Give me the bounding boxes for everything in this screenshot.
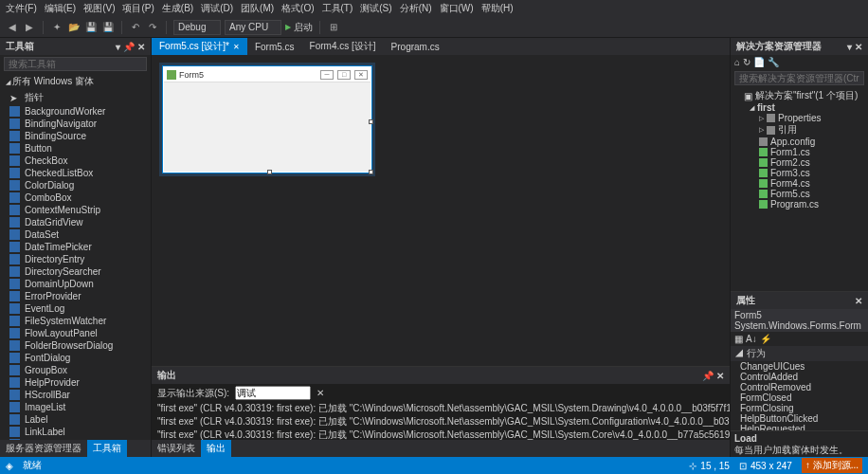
alpha-icon[interactable]: A↓ [746, 334, 757, 344]
toolbox-item[interactable]: FileSystemWatcher [0, 315, 151, 327]
home-icon[interactable]: ⌂ [734, 57, 740, 67]
toolbox-item[interactable]: ComboBox [0, 191, 151, 204]
toolbox-item[interactable]: DirectoryEntry [0, 253, 151, 265]
menu-item[interactable]: 格式(O) [281, 2, 314, 15]
toolbox-item[interactable]: ContextMenuStrip [0, 204, 151, 216]
property-row[interactable]: FormClosed [731, 392, 868, 403]
solution-search-input[interactable] [734, 71, 864, 85]
menu-item[interactable]: 视图(V) [83, 2, 115, 15]
toolbox-item[interactable]: Button [0, 142, 151, 155]
toolbox-item[interactable]: CheckBox [0, 155, 151, 167]
toolbox-item[interactable]: BackgroundWorker [0, 105, 151, 118]
close-tab-icon[interactable]: ✕ [233, 43, 240, 51]
menu-item[interactable]: 团队(M) [241, 2, 274, 15]
clear-icon[interactable]: ✕ [316, 388, 324, 398]
toolbox-item[interactable]: HelpProvider [0, 376, 151, 389]
refresh-icon[interactable]: ↻ [743, 57, 750, 67]
config-dropdown[interactable] [173, 20, 221, 35]
show-all-icon[interactable]: 📄 [753, 57, 765, 67]
menu-item[interactable]: 帮助(H) [481, 2, 514, 15]
designed-form[interactable]: Form5 ─ □ ✕ [163, 66, 371, 173]
editor-tab[interactable]: Form5.cs [247, 38, 302, 55]
redo-icon[interactable]: ↷ [146, 21, 159, 34]
pin-icon[interactable]: ▾ 📌 ✕ [116, 42, 145, 52]
toolbox-item[interactable]: ErrorProvider [0, 290, 151, 302]
pin-icon[interactable]: 📌 ✕ [702, 371, 724, 381]
toolbox-item[interactable]: HScrollBar [0, 389, 151, 401]
pin-icon[interactable]: ▾ ✕ [847, 42, 862, 52]
toolbox-item[interactable]: FolderBrowserDialog [0, 339, 151, 352]
editor-tab[interactable]: Program.cs [384, 38, 447, 55]
undo-icon[interactable]: ↶ [129, 21, 142, 34]
resize-handle[interactable] [267, 170, 272, 174]
resize-handle[interactable] [369, 170, 373, 174]
save-icon[interactable]: 💾 [84, 21, 98, 34]
toolbox-item[interactable]: CheckedListBox [0, 167, 151, 179]
toolbox-item-pointer[interactable]: ➤指针 [0, 90, 151, 105]
toolbox-item[interactable]: ImageList [0, 401, 151, 413]
toolbox-item[interactable]: GroupBox [0, 364, 151, 376]
solution-root[interactable]: ▣解决方案"first"(1 个项目) [734, 89, 864, 102]
solution-node[interactable]: App.config [734, 137, 864, 147]
nav-fwd-icon[interactable]: ▶ [23, 21, 36, 34]
toolbox-item[interactable]: LinkLabel [0, 426, 151, 438]
solution-node[interactable]: ▷Properties [734, 113, 864, 123]
menu-item[interactable]: 生成(B) [162, 2, 193, 15]
property-row[interactable]: HelpRequested [731, 424, 868, 430]
toolbox-item[interactable]: DateTimePicker [0, 241, 151, 253]
editor-tab[interactable]: Form5.cs [设计]*✕ [152, 38, 247, 55]
toolbox-item[interactable]: FlowLayoutPanel [0, 327, 151, 339]
solution-node[interactable]: ▷引用 [734, 123, 864, 137]
error-list-tab[interactable]: 错误列表 [152, 440, 201, 457]
solution-node[interactable]: Form1.cs [734, 147, 864, 157]
toolbox-item[interactable]: DataGridView [0, 216, 151, 228]
toolbox-item[interactable]: EventLog [0, 302, 151, 315]
open-icon[interactable]: 📂 [67, 21, 81, 34]
menu-item[interactable]: 项目(P) [122, 2, 154, 15]
toolbox-item[interactable]: BindingSource [0, 130, 151, 142]
menu-item[interactable]: 窗口(W) [440, 2, 474, 15]
toolbox-item[interactable]: ColorDialog [0, 179, 151, 191]
server-explorer-tab[interactable]: 服务器资源管理器 [0, 440, 87, 457]
solution-node[interactable]: Program.cs [734, 199, 864, 210]
property-row[interactable]: ChangeUICues [731, 361, 868, 372]
toolbox-group[interactable]: 所有 Windows 窗体 [0, 73, 151, 90]
platform-dropdown[interactable] [225, 20, 281, 35]
solution-node[interactable]: Form2.cs [734, 157, 864, 168]
menu-item[interactable]: 工具(T) [322, 2, 353, 15]
resize-handle[interactable] [369, 119, 373, 124]
pin-icon[interactable]: ✕ [855, 296, 862, 306]
property-row[interactable]: ControlRemoved [731, 382, 868, 392]
new-icon[interactable]: ✦ [50, 21, 63, 34]
toolbox-item[interactable]: DataSet [0, 228, 151, 241]
nav-back-icon[interactable]: ◀ [6, 21, 19, 34]
property-row[interactable]: ControlAdded [731, 372, 868, 382]
solution-node[interactable]: Form4.cs [734, 178, 864, 189]
save-all-icon[interactable]: 💾 [101, 21, 115, 34]
toolbox-tab[interactable]: 工具箱 [87, 440, 127, 457]
toolbox-search-input[interactable] [4, 57, 147, 71]
editor-tab[interactable]: Form4.cs [设计] [302, 38, 384, 55]
status-publish[interactable]: ↑ 添加到源... [802, 458, 862, 473]
property-row[interactable]: HelpButtonClicked [731, 413, 868, 424]
form-designer-surface[interactable]: Form5 ─ □ ✕ [152, 55, 730, 366]
property-category[interactable]: ◢ 行为 [731, 346, 868, 361]
menu-item[interactable]: 分析(N) [400, 2, 432, 15]
menu-item[interactable]: 调试(D) [201, 2, 233, 15]
property-object[interactable]: Form5 System.Windows.Forms.Form [731, 309, 868, 332]
menu-item[interactable]: 测试(S) [360, 2, 391, 15]
output-source-dropdown[interactable] [235, 386, 311, 400]
menu-item[interactable]: 编辑(E) [45, 2, 76, 15]
solution-node[interactable]: Form3.cs [734, 168, 864, 178]
tool-icon[interactable]: ⊞ [327, 21, 340, 34]
properties-icon[interactable]: 🔧 [768, 57, 779, 67]
categorized-icon[interactable]: ▦ [734, 334, 743, 344]
start-debug-button[interactable]: 启动 [285, 21, 313, 34]
project-node[interactable]: ◢first [734, 102, 864, 113]
property-row[interactable]: FormClosing [731, 403, 868, 413]
toolbox-item[interactable]: DomainUpDown [0, 278, 151, 290]
events-icon[interactable]: ⚡ [760, 334, 771, 344]
toolbox-item[interactable]: DirectorySearcher [0, 265, 151, 278]
output-tab[interactable]: 输出 [201, 440, 231, 457]
toolbox-item[interactable]: BindingNavigator [0, 118, 151, 130]
